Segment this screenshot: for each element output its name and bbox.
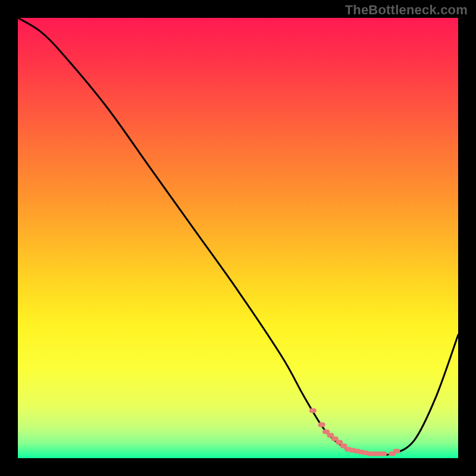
plot-background: [18, 18, 458, 458]
curve-marker: [318, 422, 325, 427]
bottleneck-chart: [0, 0, 476, 476]
curve-marker: [309, 408, 317, 413]
chart-stage: TheBottleneck.com: [0, 0, 476, 476]
curve-marker: [380, 452, 387, 456]
curve-marker: [393, 449, 400, 453]
watermark-text: TheBottleneck.com: [345, 2, 468, 18]
